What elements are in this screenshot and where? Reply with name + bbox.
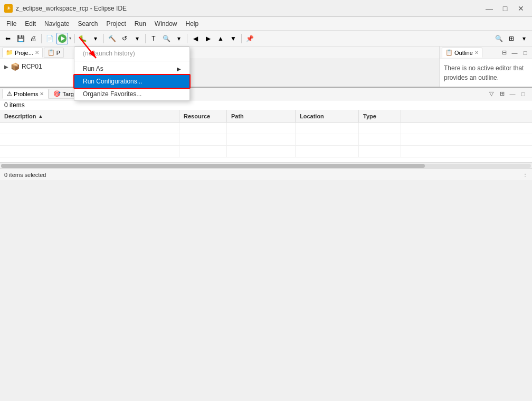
tb-search-icon[interactable]: 🔍 bbox=[493, 33, 505, 44]
th-description[interactable]: Description ▲ bbox=[0, 110, 179, 122]
problems-close[interactable]: ✕ bbox=[40, 91, 44, 97]
menu-bar: File Edit Navigate Search Project Run Wi… bbox=[0, 17, 532, 31]
window-controls: — □ ✕ bbox=[482, 3, 528, 14]
bottom-max-btn[interactable]: □ bbox=[518, 89, 528, 99]
status-bar: 0 items selected ⋮ bbox=[0, 169, 532, 180]
problems-label: Problems bbox=[14, 91, 38, 97]
menu-run[interactable]: Run bbox=[130, 18, 150, 29]
bottom-toolbar: ▽ ⊞ — □ bbox=[487, 89, 530, 99]
project-explorer-label: Proje... bbox=[15, 50, 33, 56]
dropdown-organize-favorites[interactable]: Organize Favorites... bbox=[74, 88, 189, 100]
run-dropdown-menu[interactable]: (no launch history) Run As ▶ Run Configu… bbox=[74, 46, 190, 101]
target-icon: 🎯 bbox=[53, 90, 61, 97]
tb-refresh-arrow[interactable]: ▾ bbox=[131, 33, 143, 44]
tab-p[interactable]: 📋 P bbox=[44, 48, 64, 58]
tb-separator-3 bbox=[103, 34, 104, 43]
tb-print-button[interactable]: 🖨 bbox=[27, 33, 39, 44]
dropdown-no-history: (no launch history) bbox=[74, 47, 189, 60]
tb-nav-down[interactable]: ▼ bbox=[227, 33, 239, 44]
tb-search-arrow[interactable]: ▾ bbox=[173, 33, 185, 44]
tree-expand-arrow[interactable]: ▶ bbox=[4, 64, 8, 70]
tb-nav-right[interactable]: ▶ bbox=[202, 33, 214, 44]
th-type[interactable]: Type bbox=[359, 110, 401, 122]
menu-search[interactable]: Search bbox=[73, 18, 102, 29]
tb-build-button[interactable]: 🔨 bbox=[106, 33, 118, 44]
outline-close[interactable]: ✕ bbox=[474, 50, 479, 55]
status-right: ⋮ bbox=[522, 172, 528, 178]
table-rows bbox=[0, 123, 532, 157]
tb-refresh-button[interactable]: ↺ bbox=[119, 33, 130, 44]
outline-icon: 📋 bbox=[445, 49, 453, 56]
run-dropdown-arrow[interactable]: ▾ bbox=[68, 35, 72, 42]
table-row-empty-1 bbox=[0, 123, 532, 134]
run-button[interactable] bbox=[56, 33, 68, 44]
menu-window[interactable]: Window bbox=[150, 18, 182, 29]
dropdown-run-as[interactable]: Run As ▶ bbox=[74, 62, 189, 75]
scrollbar-thumb[interactable] bbox=[1, 164, 425, 168]
outline-min-btn[interactable]: — bbox=[510, 48, 519, 58]
th-location[interactable]: Location bbox=[296, 110, 359, 122]
th-resource[interactable]: Resource bbox=[179, 110, 227, 122]
run-triangle-icon bbox=[61, 36, 65, 41]
menu-navigate[interactable]: Navigate bbox=[40, 18, 73, 29]
run-button-group: ▾ bbox=[56, 33, 72, 44]
tb-perspectives-button[interactable]: ⊞ bbox=[506, 33, 517, 44]
tb-debug-button[interactable]: 🐛 bbox=[77, 33, 89, 44]
tb-nav-left[interactable]: ◀ bbox=[189, 33, 201, 44]
close-button[interactable]: ✕ bbox=[514, 3, 528, 14]
tb-separator-1 bbox=[41, 34, 42, 43]
p-tab-label: P bbox=[56, 50, 60, 56]
dropdown-separator-1 bbox=[74, 61, 189, 61]
tree-label-rcp01: RCP01 bbox=[22, 63, 42, 70]
tab-project-explorer[interactable]: 📁 Proje... ✕ bbox=[2, 48, 43, 58]
title-bar: ☀ z_eclipse_workspace_rcp - Eclipse IDE … bbox=[0, 0, 532, 17]
tb-new-button[interactable]: 📄 bbox=[44, 33, 55, 44]
tb-nav-up[interactable]: ▲ bbox=[215, 33, 226, 44]
outline-menu-btn[interactable]: ⊟ bbox=[499, 48, 509, 58]
window-title: z_eclipse_workspace_rcp - Eclipse IDE bbox=[16, 5, 482, 12]
outline-tab-bar: 📋 Outline ✕ ⊟ — □ bbox=[440, 46, 532, 59]
table-row-empty-3 bbox=[0, 146, 532, 157]
table-row-empty-2 bbox=[0, 134, 532, 146]
tb-separator-4 bbox=[145, 34, 146, 43]
tb-separator-6 bbox=[241, 34, 242, 43]
tb-pin-button[interactable]: 📌 bbox=[244, 33, 255, 44]
problems-table: Description ▲ Resource Path Location Typ… bbox=[0, 110, 532, 162]
minimize-button[interactable]: — bbox=[482, 3, 496, 14]
scrollbar-track bbox=[1, 164, 531, 168]
items-count: 0 items bbox=[0, 100, 532, 110]
tb-search-button[interactable]: 🔍 bbox=[160, 33, 172, 44]
outline-message: There is no active editor that provides … bbox=[440, 59, 532, 87]
tb-debug-arrow[interactable]: ▾ bbox=[90, 33, 101, 44]
menu-help[interactable]: Help bbox=[182, 18, 203, 29]
tb-back-button[interactable]: ⬅ bbox=[2, 33, 14, 44]
project-explorer-close[interactable]: ✕ bbox=[35, 50, 39, 55]
tb-separator-2 bbox=[74, 34, 75, 43]
tb-separator-5 bbox=[187, 34, 187, 43]
search-area: 🔍 ⊞ ▾ bbox=[493, 33, 530, 44]
tab-problems[interactable]: ⚠ Problems ✕ bbox=[2, 89, 49, 99]
horizontal-scrollbar[interactable] bbox=[0, 162, 532, 169]
outline-label: Outline bbox=[454, 50, 473, 56]
th-path[interactable]: Path bbox=[227, 110, 296, 122]
dropdown-run-configurations[interactable]: Run Configurations... bbox=[74, 75, 189, 88]
submenu-arrow: ▶ bbox=[177, 66, 181, 72]
tb-open-type-button[interactable]: T bbox=[148, 33, 159, 44]
status-text: 0 items selected bbox=[4, 172, 46, 178]
menu-file[interactable]: File bbox=[2, 18, 21, 29]
run-icon bbox=[58, 34, 66, 43]
bottom-columns-btn[interactable]: ⊞ bbox=[497, 89, 507, 99]
tab-outline[interactable]: 📋 Outline ✕ bbox=[442, 48, 482, 58]
bottom-min-btn[interactable]: — bbox=[508, 89, 517, 99]
project-icon: 📦 bbox=[11, 62, 20, 71]
bottom-filter-btn[interactable]: ▽ bbox=[487, 89, 496, 99]
menu-project[interactable]: Project bbox=[102, 18, 130, 29]
tb-perspectives-arrow[interactable]: ▾ bbox=[518, 33, 530, 44]
tb-save-button[interactable]: 💾 bbox=[15, 33, 26, 44]
outline-max-btn[interactable]: □ bbox=[520, 48, 530, 58]
menu-edit[interactable]: Edit bbox=[21, 18, 40, 29]
app-icon: ☀ bbox=[4, 4, 13, 13]
maximize-button[interactable]: □ bbox=[498, 3, 512, 14]
problems-icon: ⚠ bbox=[7, 90, 12, 97]
toolbar: ⬅ 💾 🖨 📄 ▾ 🐛 ▾ 🔨 ↺ ▾ T 🔍 ▾ ◀ ▶ ▲ ▼ 📌 🔍 ⊞ … bbox=[0, 31, 532, 46]
